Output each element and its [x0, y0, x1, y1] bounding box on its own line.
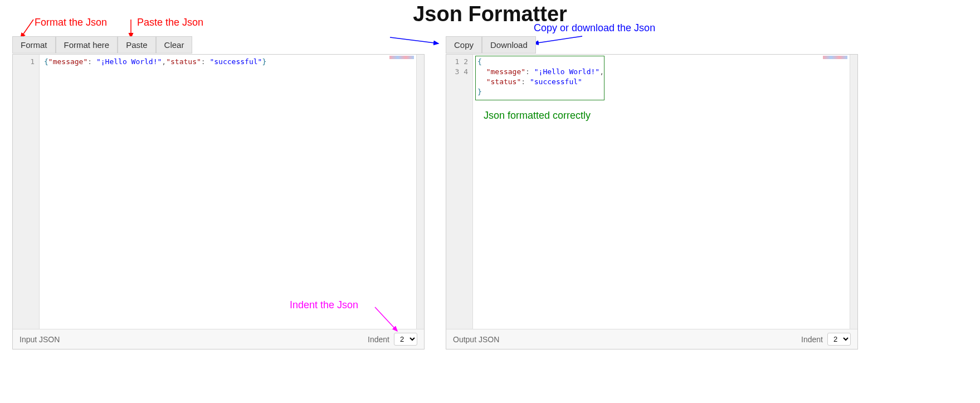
output-indent-label: Indent: [801, 335, 823, 344]
input-toolbar: Format Format here Paste Clear: [12, 36, 192, 54]
input-indent-label: Indent: [368, 335, 389, 344]
arrow-blue-left: [387, 35, 443, 48]
format-here-button[interactable]: Format here: [56, 36, 118, 54]
input-code-area[interactable]: {"message": "¡Hello World!","status": "s…: [40, 55, 416, 329]
input-footer-label: Input JSON: [19, 335, 60, 344]
output-indent-select[interactable]: 2: [827, 333, 851, 346]
copy-button[interactable]: Copy: [446, 36, 482, 54]
output-code-area[interactable]: { "message": "¡Hello World!", "status": …: [473, 55, 850, 329]
annotation-paste-json: Paste the Json: [137, 17, 203, 28]
scrollbar[interactable]: [850, 55, 857, 329]
annotation-copy-download: Copy or download the Json: [534, 22, 655, 34]
input-gutter: 1: [13, 55, 40, 329]
scrollbar[interactable]: [416, 55, 424, 329]
output-toolbar: Copy Download: [446, 36, 536, 54]
input-indent-select[interactable]: 2: [394, 333, 417, 346]
input-footer: Input JSON Indent 2: [13, 329, 424, 349]
clear-button[interactable]: Clear: [156, 36, 193, 54]
annotation-formatted-ok: Json formatted correctly: [484, 110, 591, 122]
minimap-badge: [389, 56, 414, 59]
input-editor-body[interactable]: 1 {"message": "¡Hello World!","status": …: [13, 55, 424, 329]
output-gutter: 1 2 3 4: [446, 55, 473, 329]
arrow-blue-right: [529, 33, 585, 47]
annotation-format-json: Format the Json: [35, 17, 107, 28]
svg-line-2: [390, 37, 438, 43]
annotation-indent: Indent the Json: [290, 299, 358, 311]
format-button[interactable]: Format: [12, 36, 56, 54]
svg-line-3: [534, 36, 582, 43]
minimap-badge: [823, 56, 847, 59]
output-footer: Output JSON Indent 2: [446, 329, 857, 349]
download-button[interactable]: Download: [482, 36, 536, 54]
output-editor-pane: 1 2 3 4 { "message": "¡Hello World!", "s…: [446, 54, 858, 349]
output-footer-label: Output JSON: [453, 335, 499, 344]
paste-button[interactable]: Paste: [118, 36, 155, 54]
output-editor-body[interactable]: 1 2 3 4 { "message": "¡Hello World!", "s…: [446, 55, 857, 329]
input-editor-pane: 1 {"message": "¡Hello World!","status": …: [12, 54, 425, 349]
